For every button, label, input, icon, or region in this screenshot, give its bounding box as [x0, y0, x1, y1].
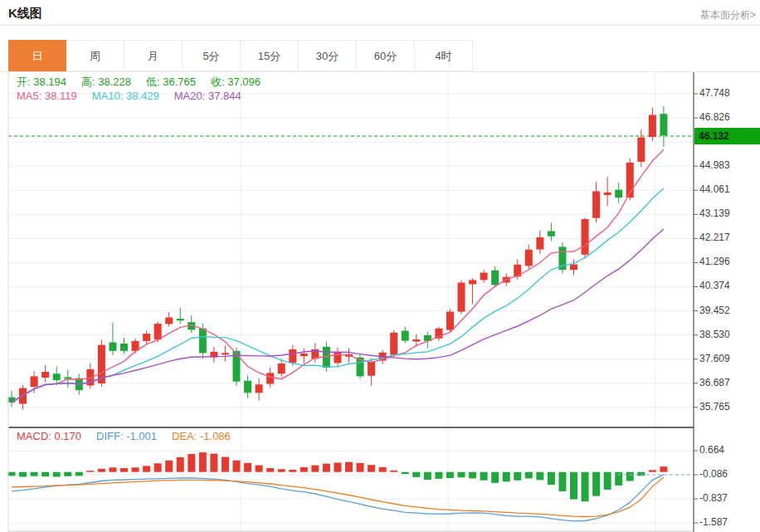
- macd-bar-positive: [390, 471, 397, 472]
- candle-body-up: [604, 193, 611, 195]
- price-axis-label: 46.826: [699, 111, 758, 123]
- price-axis-label: 35.765: [699, 401, 758, 412]
- macd-axis-label: -1.587: [699, 516, 758, 528]
- macd-bar-negative: [31, 472, 38, 476]
- candle-body-down: [177, 319, 184, 320]
- macd-bar-negative: [570, 472, 577, 500]
- candle-body-up: [266, 373, 274, 383]
- tab-day[interactable]: 日: [8, 40, 66, 71]
- ma-ma10: MA10: 38.429: [92, 90, 159, 102]
- macd-bar-positive: [233, 461, 241, 472]
- macdinfo-macd: MACD: 0.170: [17, 430, 81, 442]
- tab-5min[interactable]: 5分: [183, 40, 241, 71]
- tab-60min[interactable]: 60分: [357, 40, 415, 71]
- macd-bar-negative: [64, 472, 71, 476]
- candle-body-up: [412, 339, 420, 342]
- ohlc-info-row: 开: 38.194高: 38.228低: 36.765收: 37.096: [17, 75, 275, 90]
- candle-body-up: [582, 219, 589, 255]
- ohlc-open: 开: 38.194: [17, 76, 66, 88]
- candle-body-down: [244, 381, 251, 393]
- ohlc-close: 收: 37.096: [211, 76, 261, 88]
- candle-body-up: [143, 334, 150, 341]
- macd-bar-negative: [19, 472, 27, 477]
- candle-body-down: [120, 344, 128, 351]
- candle-body-up: [278, 364, 285, 373]
- chart-region: 开: 38.194高: 38.228低: 36.765收: 37.096 MA5…: [0, 72, 760, 532]
- macd-bar-positive: [210, 454, 217, 472]
- macd-bar-negative: [435, 472, 442, 479]
- macd-bar-positive: [660, 466, 667, 472]
- fundamental-analysis-link[interactable]: 基本面分析>: [700, 8, 756, 22]
- ma-ma20: MA20: 37.844: [174, 90, 241, 102]
- macd-bar-positive: [266, 468, 274, 472]
- candle-body-down: [615, 190, 622, 198]
- macd-bar-negative: [480, 472, 488, 481]
- macd-bar-positive: [289, 470, 296, 472]
- macd-bar-positive: [244, 463, 251, 472]
- candle-body-up: [368, 362, 375, 376]
- page-title: K线图: [8, 6, 42, 22]
- macd-bar-negative: [626, 472, 634, 481]
- macd-axis-label: 0.664: [699, 444, 758, 456]
- macd-bar-positive: [300, 467, 308, 472]
- last-price-tag: 46.132: [694, 128, 760, 144]
- candle-body-down: [8, 398, 16, 403]
- macd-bar-negative: [514, 472, 521, 481]
- tab-month[interactable]: 月: [124, 40, 183, 71]
- tab-week[interactable]: 周: [66, 40, 124, 71]
- candle-body-up: [256, 384, 263, 393]
- price-axis-label: 41.296: [699, 256, 758, 267]
- macd-bar-negative: [402, 472, 409, 474]
- candle-body-up: [154, 324, 162, 339]
- candle-body-down: [548, 231, 555, 236]
- macd-bar-negative: [424, 472, 431, 480]
- candle-body-up: [31, 376, 38, 387]
- candle-body-down: [491, 271, 499, 286]
- macd-axis-label: -0.837: [699, 492, 758, 504]
- price-axis-label: 40.374: [699, 280, 758, 291]
- macd-bar-positive: [177, 457, 184, 472]
- candle-body-up: [480, 273, 488, 281]
- macd-bar-negative: [53, 472, 61, 477]
- candle-body-up: [592, 192, 600, 218]
- candle-body-up: [570, 264, 577, 270]
- macd-bar-positive: [323, 464, 330, 472]
- candle-body-up: [469, 280, 476, 284]
- price-axis-label: 37.609: [699, 353, 758, 364]
- macd-bar-positive: [98, 469, 105, 472]
- macd-bar-negative: [41, 472, 49, 476]
- macd-bar-positive: [143, 466, 150, 471]
- interval-tabs: 日周月5分15分30分60分4时: [8, 40, 473, 71]
- ohlc-high: 高: 38.228: [81, 76, 131, 88]
- kline-chart-canvas[interactable]: [0, 72, 760, 532]
- macd-bar-negative: [525, 472, 533, 479]
- price-axis-label: 44.061: [699, 183, 758, 195]
- macd-bar-negative: [637, 472, 645, 476]
- macd-bar-negative: [592, 472, 600, 496]
- macd-bar-positive: [311, 466, 319, 472]
- macd-bar-positive: [345, 462, 353, 472]
- macd-bar-negative: [582, 472, 589, 502]
- tab-30min[interactable]: 30分: [299, 40, 357, 71]
- macd-bar-negative: [548, 472, 555, 485]
- candle-body-down: [53, 373, 61, 380]
- ma10-line: [12, 188, 664, 403]
- candle-body-up: [334, 352, 341, 363]
- ohlc-low: 低: 36.765: [146, 76, 196, 88]
- macd-bar-positive: [334, 462, 341, 471]
- candle-body-up: [525, 250, 533, 266]
- price-axis-label: 42.217: [699, 232, 758, 243]
- macd-bar-positive: [154, 463, 162, 471]
- macd-bar-positive: [165, 461, 173, 472]
- macd-bar-negative: [412, 472, 420, 477]
- tab-15min[interactable]: 15分: [241, 40, 299, 71]
- macd-bar-negative: [558, 472, 566, 491]
- macd-bar-positive: [222, 457, 229, 472]
- tab-4hour[interactable]: 4时: [415, 40, 473, 71]
- macd-bar-positive: [256, 466, 263, 472]
- candle-body-up: [637, 138, 645, 162]
- macd-bar-negative: [491, 472, 499, 483]
- macd-bar-negative: [469, 472, 476, 479]
- macd-bar-positive: [368, 465, 375, 472]
- macd-bar-negative: [604, 472, 611, 490]
